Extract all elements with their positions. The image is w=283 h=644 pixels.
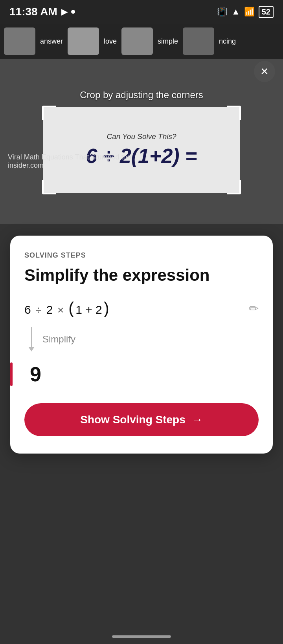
- expr-6: 6: [24, 303, 31, 317]
- expr-div: ÷: [33, 304, 45, 317]
- simplify-heading: Simplify the expression: [24, 266, 259, 285]
- expression-row: 6 ÷ 2 × ( 1 + 2 ) ✏: [24, 299, 259, 318]
- crop-caption: Viral Math Equations That Stumped the ..…: [8, 153, 139, 170]
- crop-corner-br: [227, 180, 241, 194]
- solution-card: SOLVING STEPS Simplify the expression 6 …: [10, 236, 273, 454]
- home-indicator: [112, 635, 171, 638]
- status-time-group: 11:38 AM ▶: [9, 5, 75, 18]
- crop-instruction: Crop by adjusting the corners: [80, 90, 203, 101]
- status-icons-group: 📳 ▲ 📶 52: [217, 6, 274, 18]
- crop-area: Crop by adjusting the corners Can You So…: [0, 59, 283, 224]
- math-image: Can You Solve This? 6 ÷ 2(1+2) =: [43, 107, 240, 193]
- play-icon: ▶: [61, 7, 67, 16]
- signal-icon: 📶: [244, 7, 255, 17]
- pencil-icon: ✏: [249, 302, 259, 315]
- can-you-solve-text: Can You Solve This?: [107, 132, 176, 141]
- thumbnail-label-answer[interactable]: answer: [40, 37, 63, 46]
- thumbnail-0[interactable]: [4, 27, 35, 55]
- close-icon: ✕: [260, 66, 269, 78]
- arrow-row: Simplify: [24, 327, 259, 351]
- down-arrow-icon: [28, 327, 35, 351]
- close-button[interactable]: ✕: [254, 61, 275, 82]
- caption-domain: insider.com: [8, 161, 44, 169]
- expr-open-paren: (: [68, 299, 74, 318]
- crop-corner-tl: [42, 106, 56, 120]
- battery-indicator: 52: [259, 6, 274, 18]
- expr-times: ×: [54, 304, 67, 317]
- result-row: 9: [24, 362, 259, 386]
- status-bar: 11:38 AM ▶ 📳 ▲ 📶 52: [0, 0, 283, 24]
- edit-button[interactable]: ✏: [249, 302, 259, 315]
- result-number: 9: [24, 362, 41, 386]
- thumbnail-2[interactable]: [121, 27, 153, 55]
- crop-corner-bl: [42, 180, 56, 194]
- arrow-head: [28, 347, 35, 351]
- result-bar: [10, 362, 13, 386]
- clock-time: 11:38 AM: [9, 5, 57, 18]
- vibrate-icon: 📳: [217, 7, 228, 17]
- wifi-icon: ▲: [232, 7, 240, 17]
- crop-corner-tr: [227, 106, 241, 120]
- expr-close-paren: ): [104, 299, 109, 318]
- show-steps-label: Show Solving Steps: [80, 413, 186, 426]
- arrow-line: [31, 327, 32, 347]
- caption-source: Viral Math Equations That Stumped the ..…: [8, 153, 139, 161]
- simplify-label: Simplify: [42, 334, 75, 345]
- math-expression: 6 ÷ 2 × ( 1 + 2 ): [24, 299, 109, 318]
- thumbnail-label-simple[interactable]: simple: [158, 37, 178, 46]
- show-solving-steps-button[interactable]: Show Solving Steps →: [24, 403, 259, 436]
- thumbnail-3[interactable]: [183, 27, 214, 55]
- expr-2: 2: [46, 303, 53, 317]
- thumbnail-label-ncing[interactable]: ncing: [219, 37, 236, 46]
- thumbnail-1[interactable]: [68, 27, 99, 55]
- crop-frame[interactable]: Can You Solve This? 6 ÷ 2(1+2) =: [43, 107, 240, 193]
- dot-indicator: [71, 10, 75, 14]
- thumbnail-label-love[interactable]: love: [104, 37, 117, 46]
- arrow-right-icon: →: [192, 413, 203, 426]
- expr-inner: 1 + 2: [75, 303, 102, 317]
- solving-steps-label: SOLVING STEPS: [24, 251, 259, 260]
- thumbnails-row: answer love simple ncing: [0, 24, 283, 59]
